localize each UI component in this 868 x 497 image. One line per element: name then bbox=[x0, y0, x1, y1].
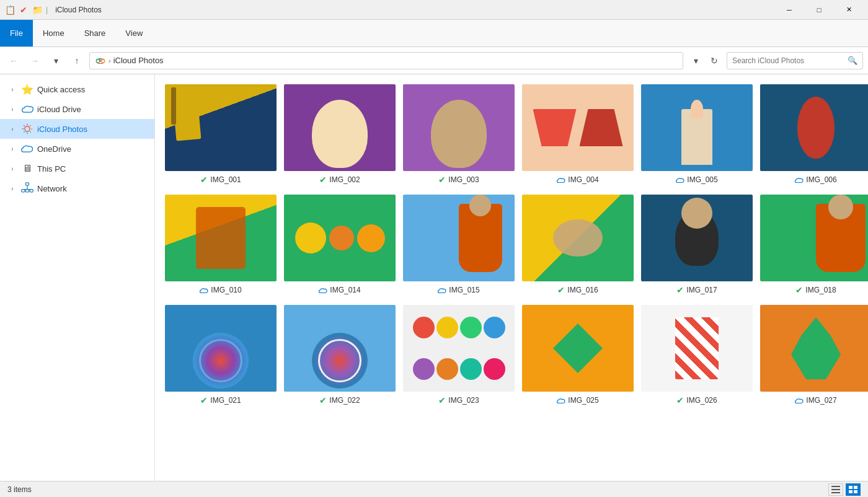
file-item-img015[interactable]: IMG_015 bbox=[403, 195, 515, 295]
file-item-img014[interactable]: IMG_014 bbox=[284, 195, 396, 295]
file-item-img021[interactable]: ✔ IMG_021 bbox=[165, 305, 277, 405]
file-item-img005[interactable]: IMG_005 bbox=[641, 84, 753, 185]
sidebar-label-quick-access: Quick access bbox=[37, 85, 85, 94]
file-item-img023[interactable]: ✔ IMG_023 bbox=[403, 305, 515, 405]
ribbon: File Home Share View bbox=[0, 20, 868, 47]
file-name-img014: IMG_014 bbox=[330, 286, 360, 294]
search-input[interactable] bbox=[732, 56, 845, 65]
file-label-img001: ✔ IMG_001 bbox=[200, 175, 241, 185]
grid-row-2: IMG_010 IMG_014 bbox=[165, 195, 858, 295]
recent-button[interactable]: ▾ bbox=[47, 52, 64, 69]
file-name-img026: IMG_026 bbox=[686, 396, 717, 405]
check-icon: ✔ bbox=[19, 5, 29, 15]
quick-access-icon: ⭐ bbox=[21, 83, 33, 95]
sidebar-item-icloud-drive[interactable]: › iCloud Drive bbox=[0, 99, 154, 119]
forward-button[interactable]: → bbox=[26, 52, 43, 69]
status-cloud-icon-10 bbox=[200, 285, 208, 295]
svg-line-10 bbox=[30, 131, 31, 133]
file-label-img005: IMG_005 bbox=[676, 175, 717, 185]
file-name-img018: IMG_018 bbox=[805, 286, 836, 294]
tab-share[interactable]: Share bbox=[74, 20, 116, 46]
status-synced-icon-3: ✔ bbox=[438, 175, 446, 185]
expand-icon-onedrive: › bbox=[7, 146, 17, 152]
file-item-img027[interactable]: IMG_027 bbox=[760, 305, 868, 405]
tab-file[interactable]: File bbox=[0, 20, 33, 46]
svg-line-9 bbox=[24, 125, 25, 126]
thumbnail-img014 bbox=[284, 195, 396, 281]
file-grid: ✔ IMG_001 ✔ IMG_002 ✔ IMG_00 bbox=[155, 74, 868, 481]
title-bar-icons: 📋 ✔ 📁 | bbox=[5, 5, 48, 15]
svg-rect-13 bbox=[26, 183, 29, 185]
status-synced-icon-23: ✔ bbox=[438, 395, 446, 405]
file-name-img025: IMG_025 bbox=[568, 396, 598, 405]
maximize-button[interactable]: □ bbox=[805, 0, 833, 20]
tab-view[interactable]: View bbox=[115, 20, 153, 46]
file-item-img018[interactable]: ✔ IMG_018 bbox=[760, 195, 868, 295]
thumbnail-img022 bbox=[284, 305, 396, 392]
file-label-img026: ✔ IMG_026 bbox=[676, 395, 717, 405]
svg-rect-22 bbox=[849, 486, 852, 489]
file-label-img016: ✔ IMG_016 bbox=[557, 285, 598, 295]
file-item-img003[interactable]: ✔ IMG_003 bbox=[403, 84, 515, 185]
sidebar-item-this-pc[interactable]: › 🖥 This PC bbox=[0, 159, 154, 178]
sidebar-item-network[interactable]: › Network bbox=[0, 178, 154, 198]
file-name-img010: IMG_010 bbox=[211, 286, 241, 294]
svg-rect-20 bbox=[831, 489, 840, 490]
thumbnail-img025 bbox=[522, 305, 634, 392]
sidebar-item-icloud-photos[interactable]: › iCloud Photos bbox=[0, 119, 154, 139]
thumbnail-img017 bbox=[641, 195, 753, 281]
file-item-img006[interactable]: IMG_006 bbox=[760, 84, 868, 185]
svg-rect-25 bbox=[854, 490, 857, 493]
status-cloud-icon-15 bbox=[438, 285, 446, 295]
file-label-img027: IMG_027 bbox=[795, 395, 836, 405]
status-bar: 3 items bbox=[0, 481, 868, 497]
grid-view-button[interactable] bbox=[846, 483, 861, 496]
dropdown-button[interactable]: ▾ bbox=[687, 52, 704, 69]
svg-rect-24 bbox=[849, 490, 852, 493]
main-content: › ⭐ Quick access › iCloud Drive › bbox=[0, 74, 868, 481]
list-view-button[interactable] bbox=[828, 483, 843, 496]
file-label-img003: ✔ IMG_003 bbox=[438, 175, 479, 185]
onedrive-icon bbox=[21, 143, 33, 155]
grid-row-1: ✔ IMG_001 ✔ IMG_002 ✔ IMG_00 bbox=[165, 84, 858, 185]
file-item-img010[interactable]: IMG_010 bbox=[165, 195, 277, 295]
file-item-img025[interactable]: IMG_025 bbox=[522, 305, 634, 405]
file-name-img002: IMG_002 bbox=[329, 175, 360, 184]
breadcrumb[interactable]: › iCloud Photos bbox=[89, 52, 683, 69]
file-item-img002[interactable]: ✔ IMG_002 bbox=[284, 84, 396, 185]
thumbnail-img018 bbox=[760, 195, 868, 281]
status-synced-icon: ✔ bbox=[200, 175, 208, 185]
close-button[interactable]: ✕ bbox=[835, 0, 863, 20]
file-name-img017: IMG_017 bbox=[686, 286, 717, 294]
status-synced-icon-22: ✔ bbox=[319, 395, 327, 405]
file-name-img001: IMG_001 bbox=[210, 175, 241, 184]
file-item-img026[interactable]: ✔ IMG_026 bbox=[641, 305, 753, 405]
expand-icon-pc: › bbox=[7, 165, 17, 172]
address-actions: ▾ ↻ bbox=[687, 52, 723, 69]
file-item-img001[interactable]: ✔ IMG_001 bbox=[165, 84, 277, 185]
back-button[interactable]: ← bbox=[5, 52, 22, 69]
sidebar-item-quick-access[interactable]: › ⭐ Quick access bbox=[0, 79, 154, 99]
up-button[interactable]: ↑ bbox=[68, 52, 86, 69]
thumbnail-img006 bbox=[760, 84, 868, 171]
thumbnail-img003 bbox=[403, 84, 515, 171]
folder-icon: 📁 bbox=[32, 5, 42, 15]
expand-icon: › bbox=[7, 86, 17, 93]
thumbnail-img027 bbox=[760, 305, 868, 392]
file-name-img015: IMG_015 bbox=[449, 286, 479, 294]
refresh-button[interactable]: ↻ bbox=[706, 52, 723, 69]
address-bar: ← → ▾ ↑ › iCloud Photos ▾ ↻ 🔍 bbox=[0, 47, 868, 74]
file-item-img022[interactable]: ✔ IMG_022 bbox=[284, 305, 396, 405]
tab-home[interactable]: Home bbox=[33, 20, 74, 46]
thumbnail-img001 bbox=[165, 84, 277, 171]
file-item-img004[interactable]: IMG_004 bbox=[522, 84, 634, 185]
status-cloud-icon-27 bbox=[795, 395, 804, 405]
sidebar-item-onedrive[interactable]: › OneDrive bbox=[0, 139, 154, 159]
file-name-img021: IMG_021 bbox=[210, 396, 241, 405]
search-box[interactable]: 🔍 bbox=[727, 52, 863, 69]
window-title: iCloud Photos bbox=[55, 6, 102, 14]
file-item-img017[interactable]: ✔ IMG_017 bbox=[641, 195, 753, 295]
minimize-button[interactable]: ─ bbox=[775, 0, 804, 20]
file-label-img022: ✔ IMG_022 bbox=[319, 395, 360, 405]
file-item-img016[interactable]: ✔ IMG_016 bbox=[522, 195, 634, 295]
